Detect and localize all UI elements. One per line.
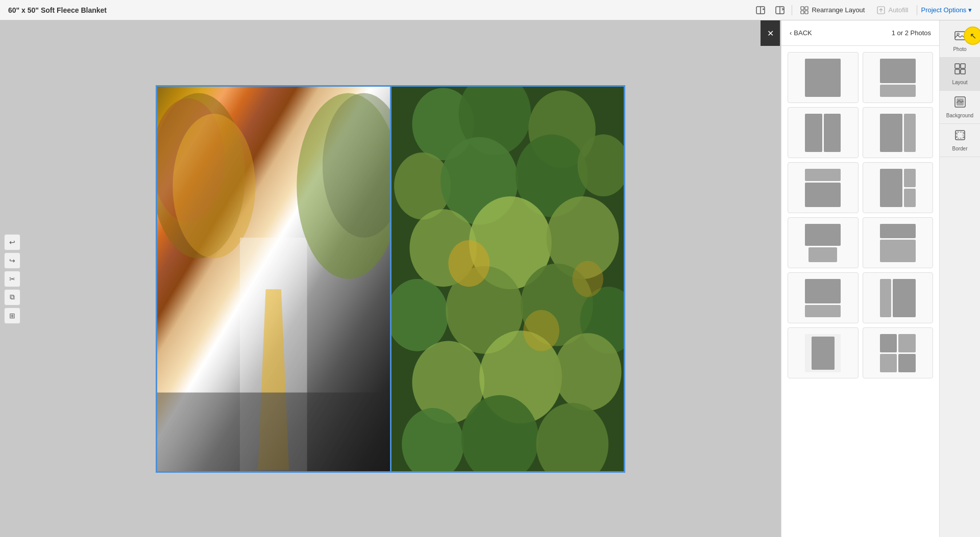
lt-big-b bbox=[805, 183, 841, 207]
yellow-cursor[interactable]: ↖ bbox=[964, 27, 980, 45]
lt-grid-4 bbox=[880, 334, 916, 372]
svg-point-41 bbox=[448, 240, 489, 287]
canvas-frame bbox=[156, 85, 625, 473]
paste-btn[interactable]: ⊞ bbox=[4, 308, 20, 324]
layout-grid bbox=[781, 46, 939, 537]
lt-tc-inner bbox=[812, 337, 835, 370]
lt-big-col bbox=[880, 114, 903, 152]
sidebar-tool-layout[interactable]: Layout bbox=[940, 58, 980, 91]
lt-two-col-unequal bbox=[880, 114, 916, 152]
lt-top-heavy bbox=[880, 59, 916, 97]
lt-stacked-right bbox=[880, 169, 916, 207]
lt-tc-top bbox=[805, 224, 841, 246]
border-icon bbox=[954, 129, 966, 144]
project-title: 60" x 50" Soft Fleece Blanket bbox=[8, 6, 107, 14]
svg-point-43 bbox=[572, 261, 603, 297]
layout-card-two-row-b[interactable] bbox=[863, 217, 934, 268]
lt-tc-bot bbox=[808, 247, 837, 262]
svg-rect-49 bbox=[961, 69, 965, 74]
lt-g4-4 bbox=[898, 354, 916, 372]
top-toolbar: 60" x 50" Soft Fleece Blanket bbox=[0, 0, 980, 20]
toolbar-separator-2 bbox=[917, 5, 917, 15]
toolbar-icons: Rearrange Layout Autofill Project Option… bbox=[753, 3, 972, 18]
border-label: Border bbox=[952, 146, 967, 151]
layout-card-top-heavy[interactable] bbox=[863, 52, 934, 103]
layout-card-single[interactable] bbox=[788, 52, 859, 103]
layout-card-wide-top[interactable] bbox=[788, 272, 859, 323]
toolbar-separator bbox=[792, 5, 792, 15]
svg-rect-48 bbox=[955, 69, 960, 74]
svg-point-42 bbox=[523, 310, 559, 351]
layout-panel-header: ‹ BACK 1 or 2 Photos bbox=[781, 20, 939, 46]
cursor-arrow: ↖ bbox=[970, 31, 976, 41]
layout-row-1 bbox=[788, 52, 933, 103]
copy-btn[interactable]: ⧉ bbox=[4, 289, 20, 305]
lt-col-1 bbox=[805, 114, 822, 152]
svg-rect-53 bbox=[957, 132, 963, 138]
lt-col-2 bbox=[824, 114, 841, 152]
lt-wt-bot bbox=[805, 305, 841, 317]
layout-row-3 bbox=[788, 162, 933, 213]
lt-two-col-r bbox=[880, 279, 916, 317]
lt-row-1 bbox=[880, 224, 916, 239]
svg-rect-7 bbox=[805, 7, 808, 10]
lt-tcr-1 bbox=[880, 279, 891, 317]
lt-small-col bbox=[904, 114, 915, 152]
cut-btn[interactable]: ✂ bbox=[4, 271, 20, 287]
back-btn[interactable]: ‹ BACK bbox=[790, 29, 812, 37]
left-tools: ↩ ↪ ✂ ⧉ ⊞ bbox=[4, 234, 20, 324]
layout-card-tall-center[interactable] bbox=[788, 327, 859, 378]
background-icon bbox=[954, 96, 966, 111]
sidebar-tool-background[interactable]: Background bbox=[940, 91, 980, 124]
redo-btn[interactable]: ↪ bbox=[4, 252, 20, 269]
lt-single bbox=[805, 59, 841, 97]
layout-card-two-col-a[interactable] bbox=[788, 107, 859, 158]
layout-icon bbox=[954, 63, 966, 78]
lt-small-t bbox=[805, 169, 841, 181]
lt-row-2 bbox=[880, 240, 916, 262]
layout-row-2 bbox=[788, 107, 933, 158]
lt-wide-top bbox=[805, 279, 841, 317]
layout-row-5 bbox=[788, 272, 933, 323]
autofill-label: Autofill bbox=[888, 6, 908, 14]
layout-count: 1 or 2 Photos bbox=[892, 29, 931, 37]
lt-two-row bbox=[880, 224, 916, 262]
lt-right-bot bbox=[904, 189, 915, 207]
rearrange-label: Rearrange Layout bbox=[812, 6, 865, 14]
svg-rect-8 bbox=[801, 11, 804, 14]
lt-left-col bbox=[880, 169, 903, 207]
sidebar-tool-border[interactable]: Border bbox=[940, 124, 980, 157]
layout-card-two-col-right[interactable] bbox=[863, 272, 934, 323]
svg-rect-47 bbox=[961, 64, 965, 68]
lt-g4-2 bbox=[898, 334, 916, 352]
autofill-btn[interactable]: Autofill bbox=[873, 4, 912, 16]
svg-rect-9 bbox=[805, 11, 808, 14]
svg-rect-6 bbox=[801, 7, 804, 10]
project-options-btn[interactable]: Project Options ▾ bbox=[921, 6, 972, 14]
lt-right-top bbox=[904, 169, 915, 187]
canvas-photo-left[interactable] bbox=[157, 87, 390, 471]
close-panel-btn[interactable]: ✕ bbox=[761, 20, 780, 46]
undo-btn[interactable]: ↩ bbox=[4, 234, 20, 250]
replace-photo-btn[interactable] bbox=[772, 3, 788, 18]
layout-card-bottom-heavy[interactable] bbox=[788, 162, 859, 213]
lt-right-col bbox=[904, 169, 915, 207]
svg-rect-46 bbox=[955, 64, 960, 68]
add-photo-btn[interactable] bbox=[753, 3, 768, 18]
back-label: BACK bbox=[794, 29, 812, 37]
layout-label: Layout bbox=[952, 80, 967, 85]
photo-label: Photo bbox=[953, 46, 966, 52]
rearrange-layout-btn[interactable]: Rearrange Layout bbox=[796, 4, 869, 16]
lt-tcr-2 bbox=[893, 279, 916, 317]
canvas-photo-right[interactable] bbox=[391, 87, 624, 471]
layout-row-4 bbox=[788, 217, 933, 268]
layout-card-top-center[interactable] bbox=[788, 217, 859, 268]
main-area: ↩ ↪ ✂ ⧉ ⊞ bbox=[0, 20, 980, 537]
svg-rect-19 bbox=[157, 392, 390, 471]
layout-card-grid-4[interactable] bbox=[863, 327, 934, 378]
canvas-area: ↩ ↪ ✂ ⧉ ⊞ bbox=[0, 20, 781, 537]
right-panel: ‹ BACK 1 or 2 Photos bbox=[781, 20, 939, 537]
layout-card-stacked-right[interactable] bbox=[863, 162, 934, 213]
layout-card-two-col-unequal[interactable] bbox=[863, 107, 934, 158]
layout-row-6 bbox=[788, 327, 933, 378]
